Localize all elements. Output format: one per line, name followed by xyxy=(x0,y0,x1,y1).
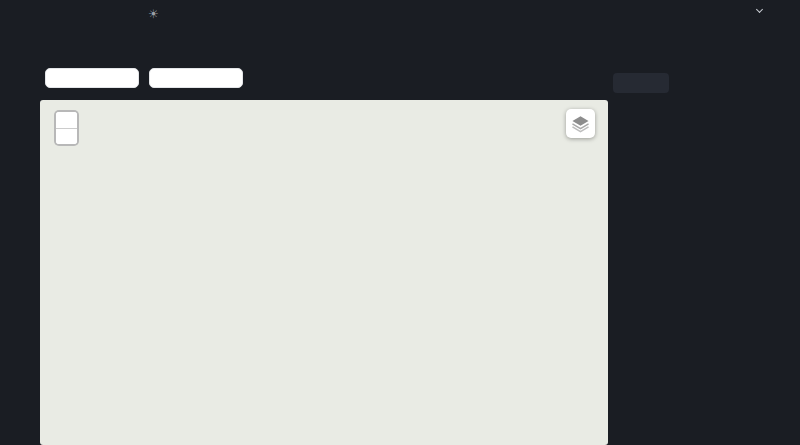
zoom-in-button[interactable] xyxy=(56,112,77,128)
end-date-input[interactable] xyxy=(149,68,243,88)
layers-icon xyxy=(571,114,590,133)
map-tiles xyxy=(40,100,608,445)
user-menu[interactable] xyxy=(750,10,762,12)
select-year-button[interactable] xyxy=(613,73,669,93)
chevron-down-icon xyxy=(756,6,763,13)
map-canvas[interactable] xyxy=(40,100,608,445)
zoom-out-button[interactable] xyxy=(56,128,77,144)
map-zoom-control xyxy=(54,110,79,146)
theme-toggle-sun-icon[interactable]: ☀ xyxy=(148,7,159,21)
start-date-input[interactable] xyxy=(45,68,139,88)
layers-button[interactable] xyxy=(566,109,595,138)
